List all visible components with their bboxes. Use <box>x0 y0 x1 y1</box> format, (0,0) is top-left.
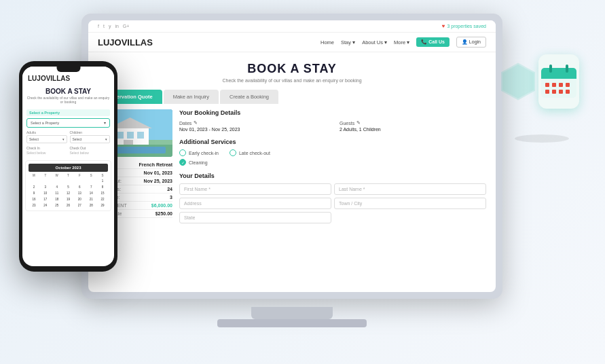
cal-header-t1: T <box>40 174 51 177</box>
adults-select[interactable]: Select ▾ <box>26 135 67 143</box>
nav-more[interactable]: More ▾ <box>394 39 409 46</box>
cal-day-28[interactable]: 28 <box>86 202 96 208</box>
adults-col: Adults Select ▾ <box>26 130 67 143</box>
nights-value: 24 <box>167 187 172 192</box>
cal-day-7[interactable]: 7 <box>86 184 96 189</box>
phone-hero: BOOK A STAY Check the availability of ou… <box>22 85 114 107</box>
phone-logo-light: LUJO <box>28 75 46 82</box>
phone-checkout-label: Check Out <box>70 146 111 150</box>
cal-day-empty-4 <box>63 178 74 183</box>
phone-logo: LUJOVILLAS <box>28 75 109 82</box>
first-name-input[interactable]: First Name * <box>179 183 331 195</box>
cal-day-10[interactable]: 10 <box>40 190 51 196</box>
laptop-body: f t y in G+ ♥ 3 properties saved <box>81 14 502 299</box>
service-row-1: Early check-in Late check-out <box>179 149 486 156</box>
cal-day-16[interactable]: 16 <box>29 196 39 202</box>
nav-about[interactable]: About Us ▾ <box>362 39 387 46</box>
cal-day-18[interactable]: 18 <box>52 196 62 202</box>
select-property-label: Select a Property <box>26 109 110 116</box>
site-content: Property: French Retreat Check In: Nov 0… <box>98 104 486 223</box>
cal-day-14[interactable]: 14 <box>86 190 96 196</box>
guests-label: Guests ✎ <box>340 120 486 126</box>
tab-make-inquiry[interactable]: Make an Inquiry <box>164 90 219 104</box>
select-property-value: Select a Property <box>31 121 59 125</box>
cal-day-12[interactable]: 12 <box>63 190 74 196</box>
linkedin-icon: in <box>115 24 118 29</box>
nav-home[interactable]: Home <box>320 39 334 46</box>
cal-day-22[interactable]: 22 <box>97 196 108 202</box>
cleaning-label: Cleaning <box>189 160 208 165</box>
calendar-grid: M T W T F S S 1 <box>29 174 108 208</box>
cal-day-1[interactable]: 1 <box>97 178 108 183</box>
cal-day-15[interactable]: 15 <box>97 190 108 196</box>
laptop-base <box>217 319 367 327</box>
last-name-input[interactable]: Last Name * <box>334 183 486 195</box>
booking-details-grid: Dates ✎ Nov 01, 2023 - Nov 25, 2023 Gues… <box>179 120 486 132</box>
late-checkout-checkbox[interactable] <box>230 149 236 156</box>
children-chevron-icon: ▾ <box>105 137 107 141</box>
early-checkin-checkbox[interactable] <box>179 149 186 156</box>
cal-day-24[interactable]: 24 <box>40 202 51 208</box>
phone-checkin-col: Check In Select below <box>26 146 67 155</box>
cal-day-27[interactable]: 27 <box>74 202 85 208</box>
tab-create-booking[interactable]: Create a Booking <box>220 90 278 104</box>
checkin-value: Nov 01, 2023 <box>144 170 172 175</box>
calendar-icon-svg <box>538 61 579 102</box>
your-details-form: First Name * Last Name * Address Town / … <box>179 183 486 223</box>
booking-details-title: Your Booking Details <box>179 109 486 116</box>
svg-rect-23 <box>552 90 556 94</box>
svg-rect-6 <box>127 132 134 139</box>
cal-day-11[interactable]: 11 <box>52 190 62 196</box>
cal-day-19[interactable]: 19 <box>63 196 74 202</box>
cal-day-17[interactable]: 17 <box>40 196 51 202</box>
cal-day-5[interactable]: 5 <box>63 184 74 189</box>
edit-icon[interactable]: ✎ <box>194 120 198 126</box>
cal-day-26[interactable]: 26 <box>63 202 74 208</box>
nav-stay[interactable]: Stay ▾ <box>341 39 355 46</box>
call-us-button[interactable]: 📞 Call Us <box>416 37 450 47</box>
login-button[interactable]: 👤 Login <box>456 37 486 48</box>
booking-right: Your Booking Details Dates ✎ Nov 01, 202… <box>179 109 486 223</box>
site-topbar: f t y in G+ ♥ 3 properties saved <box>88 20 496 33</box>
cal-header-w: W <box>52 174 62 177</box>
properties-saved: ♥ 3 properties saved <box>442 23 486 29</box>
youtube-icon: y <box>109 24 111 29</box>
cal-header-m: M <box>29 174 39 177</box>
children-value: Select <box>73 137 82 141</box>
children-select[interactable]: Select ▾ <box>70 135 111 143</box>
scene: f t y in G+ ♥ 3 properties saved <box>0 0 605 364</box>
cal-day-25[interactable]: 25 <box>52 202 62 208</box>
select-property-dropdown[interactable]: Select a Property ▾ <box>26 118 110 128</box>
page-subtitle: Check the availability of our villas and… <box>88 78 496 83</box>
cal-header-s2: S <box>97 174 108 177</box>
phone-calendar: October 2023 M T W T F S S <box>25 160 111 211</box>
cal-day-3[interactable]: 3 <box>40 184 51 189</box>
town-city-input[interactable]: Town / City <box>334 198 486 209</box>
cal-day-23[interactable]: 23 <box>29 202 39 208</box>
cal-day-21[interactable]: 21 <box>86 196 96 202</box>
phone-logo-bold: VILLAS <box>46 75 71 82</box>
phone-checkout-col: Check Out Select below <box>70 146 111 155</box>
cal-day-4[interactable]: 4 <box>52 184 62 189</box>
cal-day-13[interactable]: 13 <box>74 190 85 196</box>
calendar-icon-container <box>538 54 579 109</box>
address-input[interactable]: Address <box>179 198 331 209</box>
hex-shape <box>498 41 579 122</box>
svg-rect-17 <box>566 65 568 73</box>
cal-day-20[interactable]: 20 <box>74 196 85 202</box>
state-input[interactable]: State <box>179 212 331 223</box>
total-value: $6,000.00 <box>151 203 172 208</box>
svg-rect-16 <box>549 65 552 73</box>
cal-day-2[interactable]: 2 <box>29 184 39 189</box>
cal-day-9[interactable]: 9 <box>29 190 39 196</box>
phone: LUJOVILLAS BOOK A STAY Check the availab… <box>19 61 117 272</box>
cleaning-checkbox[interactable]: ✓ <box>179 159 186 166</box>
nightly-value: $250.00 <box>155 211 172 216</box>
cal-day-8[interactable]: 8 <box>97 184 108 189</box>
cal-day-29[interactable]: 29 <box>97 202 108 208</box>
adults-chevron-icon: ▾ <box>62 137 65 141</box>
edit-guests-icon[interactable]: ✎ <box>356 120 361 126</box>
cal-day-6[interactable]: 6 <box>74 184 85 189</box>
phone-checkin-value: Select below <box>26 151 67 155</box>
additional-services-title: Additional Services <box>179 139 486 145</box>
